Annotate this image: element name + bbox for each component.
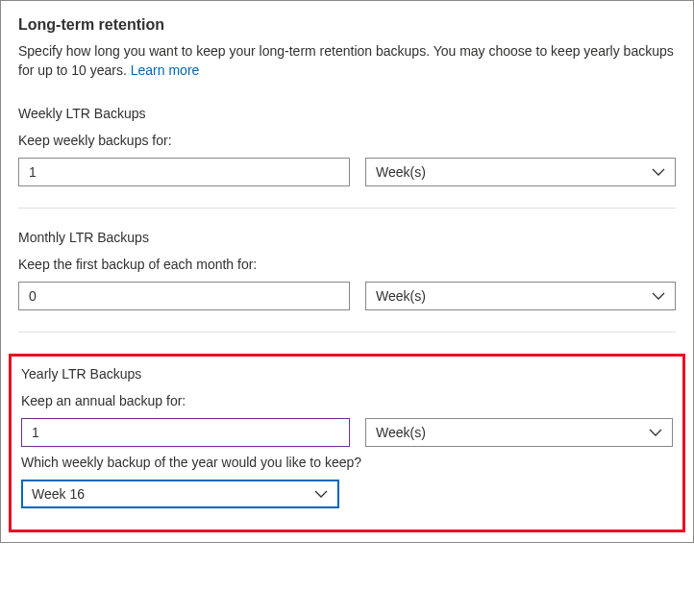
weekly-label: Keep weekly backups for: — [18, 133, 676, 148]
weekly-heading: Weekly LTR Backups — [18, 106, 676, 121]
monthly-unit-select[interactable]: Week(s) — [365, 282, 676, 310]
yearly-which-value: Week 16 — [32, 486, 85, 502]
yearly-unit-value: Week(s) — [376, 425, 426, 440]
weekly-unit-select-wrap: Week(s) — [365, 158, 676, 186]
yearly-unit-select-wrap: Week(s) — [365, 418, 673, 447]
monthly-label: Keep the first backup of each month for: — [18, 257, 676, 272]
yearly-unit-select[interactable]: Week(s) — [365, 418, 673, 447]
monthly-heading: Monthly LTR Backups — [18, 230, 676, 245]
chevron-down-icon — [314, 487, 328, 501]
yearly-group: Yearly LTR Backups Keep an annual backup… — [21, 366, 673, 508]
divider — [18, 208, 676, 209]
description-text: Specify how long you want to keep your l… — [18, 43, 674, 78]
yearly-which-label: Which weekly backup of the year would yo… — [21, 455, 673, 470]
yearly-which-row: Week 16 — [21, 480, 673, 508]
monthly-value-input[interactable] — [18, 282, 350, 310]
chevron-down-icon — [649, 426, 662, 439]
weekly-unit-select[interactable]: Week(s) — [365, 158, 676, 186]
yearly-label: Keep an annual backup for: — [21, 393, 673, 408]
weekly-row: Week(s) — [18, 158, 676, 186]
monthly-unit-select-wrap: Week(s) — [365, 282, 676, 310]
yearly-highlight: Yearly LTR Backups Keep an annual backup… — [9, 354, 685, 532]
panel-description: Specify how long you want to keep your l… — [18, 41, 676, 81]
yearly-heading: Yearly LTR Backups — [21, 366, 673, 382]
chevron-down-icon — [652, 165, 665, 179]
weekly-group: Weekly LTR Backups Keep weekly backups f… — [18, 106, 676, 186]
ltr-panel: Long-term retention Specify how long you… — [0, 0, 694, 543]
learn-more-link[interactable]: Learn more — [131, 62, 200, 78]
monthly-row: Week(s) — [18, 282, 676, 310]
yearly-row: Week(s) — [21, 418, 673, 447]
yearly-value-input[interactable] — [21, 418, 350, 447]
chevron-down-icon — [652, 289, 665, 303]
panel-title: Long-term retention — [18, 16, 676, 34]
monthly-unit-value: Week(s) — [376, 288, 426, 304]
weekly-unit-value: Week(s) — [376, 164, 426, 180]
divider — [18, 332, 676, 333]
monthly-group: Monthly LTR Backups Keep the first backu… — [18, 230, 676, 310]
yearly-which-select[interactable]: Week 16 — [21, 480, 339, 508]
weekly-value-input[interactable] — [18, 158, 350, 186]
